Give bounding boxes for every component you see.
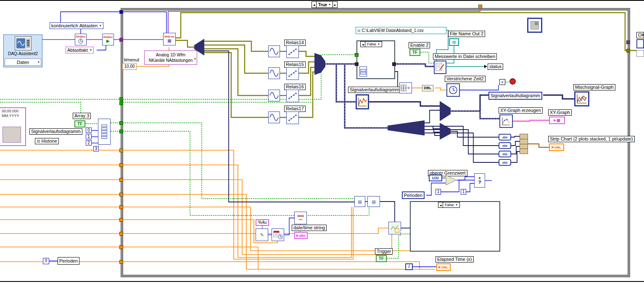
- tunnel[interactable]: [119, 149, 123, 152]
- get-datetime-node[interactable]: [272, 228, 284, 241]
- index-array-node[interactable]: [98, 119, 111, 145]
- index-constant-2[interactable]: 2: [86, 140, 92, 146]
- file-name-out-terminal[interactable]: ▤: [449, 38, 459, 46]
- greater-than-node[interactable]: [446, 175, 457, 187]
- tunnel[interactable]: [119, 121, 123, 125]
- bundle-node[interactable]: [520, 134, 528, 154]
- tunnel[interactable]: [626, 40, 630, 44]
- index-array-node-2[interactable]: ▤: [367, 196, 380, 207]
- tunnel[interactable]: [119, 10, 123, 14]
- waveform-scale-node-4[interactable]: [268, 111, 280, 123]
- perioden-terminal-left[interactable]: Perioden: [58, 257, 79, 265]
- waveform-chart-terminal[interactable]: [356, 94, 369, 109]
- xy-graph-terminal[interactable]: ▶ ▤: [549, 117, 565, 124]
- index-constant-3[interactable]: 3: [93, 146, 99, 151]
- collector-size-label[interactable]: 2: [399, 231, 401, 237]
- strip-chart-terminal[interactable]: ▶ DBL: [549, 143, 564, 151]
- tunnel[interactable]: [119, 218, 123, 222]
- daqmx-read-node[interactable]: DAQ mx ▦: [163, 33, 176, 45]
- case-prev-arrow-icon[interactable]: ◀: [312, 2, 317, 8]
- picture-indicator-terminal[interactable]: [527, 18, 542, 33]
- tunnel[interactable]: [355, 62, 359, 66]
- select-node[interactable]: ◆ ?: [474, 173, 485, 188]
- waveform-scale-node-3[interactable]: [268, 90, 280, 101]
- one-constant-b[interactable]: 1: [461, 189, 466, 195]
- timestamp-display[interactable]: 00:00.000 MM.YYYY: [0, 107, 26, 146]
- tunnel[interactable]: [119, 245, 123, 249]
- convert-from-dynamic-node[interactable]: [399, 82, 412, 93]
- abtasttakt-value[interactable]: Abtasttakt: [67, 48, 88, 53]
- tunnel[interactable]: [119, 101, 123, 105]
- chevron-down-icon[interactable]: ▼: [194, 56, 196, 62]
- build-xy-graph-node[interactable]: [499, 114, 513, 128]
- bundle-node-2[interactable]: ▤: [354, 196, 365, 207]
- sampling-mode-value[interactable]: kontinuierlich Abtasten: [51, 23, 98, 29]
- datetime-string-node[interactable]: 9999 •••: [294, 212, 307, 224]
- array-constant-icon[interactable]: [359, 66, 367, 77]
- elapsed-time-node[interactable]: [446, 83, 460, 97]
- daq-assistant-output-daten[interactable]: Daten ▼: [5, 58, 41, 66]
- waveform-scale-node-1[interactable]: [268, 45, 280, 57]
- tunnel[interactable]: [119, 205, 123, 209]
- datetime-string-terminal[interactable]: ▶ abc: [294, 232, 308, 239]
- tunnel[interactable]: [119, 130, 123, 133]
- stop-led-indicator[interactable]: [509, 78, 516, 85]
- perioden-terminal-right[interactable]: Perioden: [402, 191, 425, 199]
- index-constant-0[interactable]: 0: [86, 127, 92, 133]
- convert-dynamic-dbl-node-3[interactable]: dbl: [499, 151, 511, 157]
- u32-terminal[interactable]: U32: [429, 175, 442, 181]
- case-prev-arrow-icon[interactable]: ◀: [438, 202, 443, 207]
- relais16-node[interactable]: [286, 90, 299, 102]
- relais15-node[interactable]: [286, 67, 299, 80]
- inner-case1-selector[interactable]: ◀ False▼: [360, 41, 382, 47]
- tunnel[interactable]: [392, 62, 396, 66]
- ok-terminal-cut[interactable]: [636, 39, 644, 48]
- tunnel[interactable]: [355, 53, 359, 57]
- daq-assistant-node[interactable]: DAQ-Assistent2 Daten ▼: [3, 35, 42, 67]
- iteration-terminal[interactable]: i: [405, 263, 413, 270]
- tunnel[interactable]: [119, 232, 123, 236]
- elapsed-time-terminal[interactable]: ▶ DBL: [436, 263, 451, 271]
- abtasttakt-dropdown[interactable]: Abtasttakt ▼: [66, 47, 94, 53]
- relais17-node[interactable]: [286, 111, 299, 124]
- enable2-boolean[interactable]: TF: [409, 49, 420, 56]
- tunnel[interactable]: [478, 5, 482, 8]
- inner-case-structure-2[interactable]: [410, 201, 500, 252]
- chevron-down-icon[interactable]: ▼: [37, 61, 40, 64]
- tunnel[interactable]: [119, 97, 123, 101]
- waveform-scale-node-2[interactable]: [268, 67, 280, 79]
- file-path-text[interactable]: C:\LabVIEW Data\Abstand_1.csv: [362, 27, 424, 34]
- one-constant-a[interactable]: 1: [435, 189, 441, 195]
- historie-box[interactable]: ▤ Historie: [35, 138, 59, 144]
- format-string-constant[interactable]: %4u: [256, 219, 269, 226]
- tunnel[interactable]: [119, 163, 123, 167]
- case-value[interactable]: True: [318, 3, 327, 7]
- case-prev-arrow-icon[interactable]: ◀: [361, 42, 365, 47]
- file-path-constant[interactable]: ▤ C:\LabVIEW Data\Abstand_1.csv: [356, 27, 446, 34]
- mischsignal-graph-terminal[interactable]: [574, 91, 589, 106]
- relais14-node[interactable]: [286, 45, 299, 58]
- case2-value[interactable]: False: [445, 203, 454, 207]
- daqmx-start-node[interactable]: DAQmx ▶: [102, 34, 114, 45]
- case1-value[interactable]: False: [367, 42, 376, 46]
- index-constant-1[interactable]: 1: [86, 134, 92, 139]
- convert-dynamic-dbl-node-1[interactable]: dbl: [499, 134, 511, 141]
- format-number-node[interactable]: ✎: [256, 228, 268, 241]
- tunnel[interactable]: [119, 193, 123, 196]
- perioden-zero-constant[interactable]: 0: [43, 258, 49, 264]
- convert-dynamic-dbl-node-4[interactable]: dbl: [499, 159, 511, 166]
- array3-boolean[interactable]: TF: [74, 120, 85, 127]
- chevron-down-icon[interactable]: ▼: [90, 48, 92, 53]
- tunnel[interactable]: [119, 178, 123, 182]
- cut-terminal[interactable]: [636, 50, 644, 57]
- write-measurement-file-node[interactable]: [434, 61, 446, 74]
- daqmx-timing-node[interactable]: DAQmx: [75, 34, 87, 45]
- inner-case2-selector[interactable]: ◀ False▼: [438, 202, 460, 208]
- tunnel[interactable]: [119, 38, 123, 42]
- chevron-down-icon[interactable]: ▼: [99, 23, 102, 29]
- chart-indicator-terminal[interactable]: Signalverlaufsdiagramm: [488, 92, 542, 100]
- main-case-selector[interactable]: ◀ True▼ ▶: [311, 1, 338, 8]
- polymorphic-selector[interactable]: Analog 1D Wfm NKanäle NAbtastungen ▼: [144, 50, 197, 65]
- sampling-mode-dropdown[interactable]: kontinuierlich Abtasten ▼: [50, 22, 103, 29]
- tunnel[interactable]: [626, 49, 630, 53]
